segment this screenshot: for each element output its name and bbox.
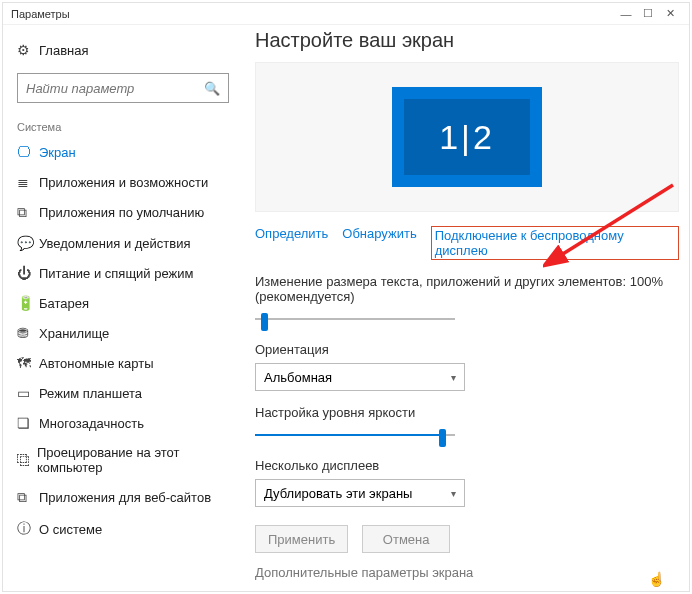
tablet-icon: ▭ [17,385,39,401]
search-icon: 🔍 [204,81,220,96]
search-box[interactable]: 🔍 [17,73,229,103]
settings-window: Параметры — ☐ ✕ ⚙ Главная 🔍 Система 🖵 Эк… [2,2,690,592]
sidebar-item-notifications[interactable]: 💬 Уведомления и действия [3,228,243,258]
mouse-cursor-icon: ☝ [648,571,665,587]
sidebar-item-label: Автономные карты [39,356,154,371]
connect-wireless-link[interactable]: Подключение к беспроводному дисплею [431,226,679,260]
chat-icon: 💬 [17,235,39,251]
multi-displays-label: Несколько дисплеев [255,458,679,473]
sidebar-item-about[interactable]: ⓘ О системе [3,513,243,545]
sidebar-item-label: Многозадачность [39,416,144,431]
sidebar-item-label: О системе [39,522,102,537]
chevron-down-icon: ▾ [451,372,456,383]
sidebar-item-web-apps[interactable]: ⧉ Приложения для веб-сайтов [3,482,243,513]
monitor-tile[interactable]: 1|2 [392,87,542,187]
main-panel: Настройте ваш экран 1|2 Определить Обнар… [243,25,689,591]
sidebar-item-label: Питание и спящий режим [39,266,193,281]
sidebar-item-storage[interactable]: ⛃ Хранилище [3,318,243,348]
multi-displays-select[interactable]: Дублировать эти экраны ▾ [255,479,465,507]
sidebar-item-battery[interactable]: 🔋 Батарея [3,288,243,318]
gear-icon: ⚙ [17,42,39,58]
sidebar-item-label: Приложения по умолчанию [39,205,204,220]
scale-label: Изменение размера текста, приложений и д… [255,274,679,304]
advanced-display-link[interactable]: Дополнительные параметры экрана [255,565,679,580]
page-title: Настройте ваш экран [255,29,679,52]
sidebar-item-label: Хранилище [39,326,109,341]
display-actions-row: Определить Обнаружить Подключение к бесп… [255,226,679,260]
monitor-label: 1|2 [439,118,495,157]
sidebar-item-label: Уведомления и действия [39,236,191,251]
orientation-select[interactable]: Альбомная ▾ [255,363,465,391]
sidebar-item-default-apps[interactable]: ⧉ Приложения по умолчанию [3,197,243,228]
sidebar-item-label: Экран [39,145,76,160]
sidebar: ⚙ Главная 🔍 Система 🖵 Экран ≣ Приложения… [3,25,243,591]
slider-thumb-icon[interactable] [439,429,446,447]
search-input[interactable] [26,81,204,96]
battery-icon: 🔋 [17,295,39,311]
window-title: Параметры [11,8,70,20]
titlebar: Параметры — ☐ ✕ [3,3,689,25]
minimize-button[interactable]: — [615,8,637,20]
sidebar-item-label: Проецирование на этот компьютер [37,445,229,475]
cancel-button[interactable]: Отмена [362,525,450,553]
info-icon: ⓘ [17,520,39,538]
multi-displays-value: Дублировать эти экраны [264,486,412,501]
sidebar-item-label: Приложения для веб-сайтов [39,490,211,505]
sidebar-section-label: Система [3,115,243,137]
brightness-slider[interactable] [255,426,455,444]
defaults-icon: ⧉ [17,204,39,221]
detect-link[interactable]: Обнаружить [342,226,416,260]
sidebar-item-projecting[interactable]: ⿻ Проецирование на этот компьютер [3,438,243,482]
sidebar-item-tablet-mode[interactable]: ▭ Режим планшета [3,378,243,408]
multitask-icon: ❏ [17,415,39,431]
orientation-value: Альбомная [264,370,332,385]
sidebar-item-label: Режим планшета [39,386,142,401]
storage-icon: ⛃ [17,325,39,341]
web-apps-icon: ⧉ [17,489,39,506]
maximize-button[interactable]: ☐ [637,7,659,20]
orientation-label: Ориентация [255,342,679,357]
sidebar-home-label: Главная [39,43,88,58]
sidebar-item-multitasking[interactable]: ❏ Многозадачность [3,408,243,438]
sidebar-item-display[interactable]: 🖵 Экран [3,137,243,167]
display-preview[interactable]: 1|2 [255,62,679,212]
monitor-icon: 🖵 [17,144,39,160]
map-icon: 🗺 [17,355,39,371]
apply-button[interactable]: Применить [255,525,348,553]
sidebar-item-apps[interactable]: ≣ Приложения и возможности [3,167,243,197]
sidebar-home[interactable]: ⚙ Главная [3,35,243,65]
sidebar-item-label: Батарея [39,296,89,311]
close-button[interactable]: ✕ [659,7,681,20]
slider-thumb-icon[interactable] [261,313,268,331]
chevron-down-icon: ▾ [451,488,456,499]
sidebar-item-label: Приложения и возможности [39,175,208,190]
project-icon: ⿻ [17,452,37,468]
identify-link[interactable]: Определить [255,226,328,260]
sidebar-item-power[interactable]: ⏻ Питание и спящий режим [3,258,243,288]
brightness-label: Настройка уровня яркости [255,405,679,420]
list-icon: ≣ [17,174,39,190]
power-icon: ⏻ [17,265,39,281]
sidebar-item-offline-maps[interactable]: 🗺 Автономные карты [3,348,243,378]
scale-slider[interactable] [255,310,455,328]
